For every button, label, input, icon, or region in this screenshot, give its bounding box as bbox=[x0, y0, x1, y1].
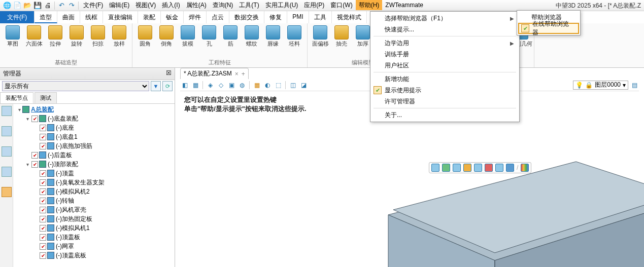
vt-icon[interactable]: ◫ bbox=[288, 81, 297, 90]
print-icon[interactable]: 🖨 bbox=[43, 1, 52, 10]
menu-查询(N)[interactable]: 查询(N) bbox=[210, 0, 236, 10]
close-tab-icon[interactable]: × bbox=[235, 70, 239, 78]
help-menu-item[interactable]: 选择帮助浏览器（F1）▶ bbox=[371, 13, 518, 24]
menu-应用(P)[interactable]: 应用(P) bbox=[301, 0, 327, 10]
tree-node[interactable]: (-)顶盖 bbox=[13, 169, 174, 178]
menu-文件(F)[interactable]: 文件(F) bbox=[80, 0, 106, 10]
tree-checkbox[interactable] bbox=[40, 252, 46, 259]
tree-node[interactable]: (-)底座 bbox=[13, 123, 174, 132]
tree-checkbox[interactable] bbox=[40, 143, 46, 149]
save-icon[interactable]: 💾 bbox=[33, 1, 42, 10]
assembly-tree[interactable]: ▾A总装配▾(-)底盘装配(-)底座(-)底盘1(-)底拖加强筋(-)后盖板▾(… bbox=[13, 104, 175, 267]
tree-node[interactable]: (-)加热固定板 bbox=[13, 214, 174, 223]
ribbon-tab-文件(F)[interactable]: 文件(F) bbox=[0, 11, 35, 23]
ribbon-tab-焊件[interactable]: 焊件 bbox=[184, 11, 207, 23]
help-browser-submenu[interactable]: 帮助浏览器✔在线帮助浏览器 bbox=[517, 10, 581, 35]
tree-node[interactable]: (-)臭氧发生器支架 bbox=[13, 178, 174, 187]
vt-icon[interactable]: ◇ bbox=[216, 81, 225, 90]
ribbon-btn-草图[interactable]: 草图 bbox=[2, 24, 23, 58]
fb-icon[interactable] bbox=[474, 164, 482, 172]
close-icon[interactable]: ☒ bbox=[166, 69, 172, 78]
ribbon-btn-螺纹[interactable]: 螺纹 bbox=[241, 24, 262, 58]
help-menu-item[interactable]: 训练手册 bbox=[371, 49, 518, 60]
fb-icon[interactable] bbox=[521, 164, 529, 172]
ribbon-btn-扫掠[interactable]: 扫掠 bbox=[87, 24, 109, 58]
tree-node[interactable]: (-)转轴 bbox=[13, 196, 174, 205]
tree-checkbox[interactable] bbox=[31, 161, 38, 168]
ribbon-tab-钣金[interactable]: 钣金 bbox=[161, 11, 184, 23]
vt-icon[interactable]: ◪ bbox=[299, 81, 308, 90]
tree-node[interactable]: (-)顶盖底板 bbox=[13, 251, 174, 260]
document-tab[interactable]: * A总装配.Z3ASM × + bbox=[180, 68, 249, 79]
strip-icon[interactable] bbox=[2, 187, 12, 197]
ribbon-btn-六面体[interactable]: 六面体 bbox=[23, 24, 45, 58]
subtab-装配节点[interactable]: 装配节点 bbox=[0, 92, 33, 103]
tree-checkbox[interactable] bbox=[31, 116, 38, 122]
vt-icon[interactable]: ◐ bbox=[263, 81, 272, 90]
tree-twisty[interactable]: ▾ bbox=[16, 107, 22, 112]
ribbon-tab-点云[interactable]: 点云 bbox=[207, 11, 229, 23]
ribbon-tab-造型[interactable]: 造型 bbox=[35, 11, 57, 23]
tree-node[interactable]: ▾A总装配 bbox=[13, 105, 174, 114]
vt-icon[interactable]: ▦ bbox=[252, 81, 261, 90]
help-menu-item[interactable]: 关于... bbox=[371, 109, 518, 121]
tree-checkbox[interactable] bbox=[40, 188, 46, 195]
tree-node[interactable]: (-)顶盖板 bbox=[13, 233, 174, 242]
open-icon[interactable]: 📂 bbox=[23, 1, 32, 10]
filter-icon[interactable]: ▼ bbox=[151, 81, 161, 91]
ribbon-tab-数据交换[interactable]: 数据交换 bbox=[229, 11, 264, 23]
filter-select[interactable]: 显示所有 bbox=[2, 81, 149, 91]
tree-checkbox[interactable] bbox=[40, 243, 46, 250]
strip-icon[interactable] bbox=[2, 126, 12, 136]
ribbon-btn-面偏移[interactable]: 面偏移 bbox=[310, 24, 331, 58]
menu-实用工具(U)[interactable]: 实用工具(U) bbox=[262, 0, 301, 10]
ribbon-tab-工具[interactable]: 工具 bbox=[309, 11, 332, 23]
ribbon-btn-放样[interactable]: 放样 bbox=[109, 24, 130, 58]
menu-窗口(W)[interactable]: 窗口(W) bbox=[327, 0, 355, 10]
new-icon[interactable]: 📄 bbox=[13, 1, 22, 10]
help-menu-item[interactable]: ✔显示使用提示 bbox=[371, 85, 518, 96]
tree-checkbox[interactable] bbox=[40, 134, 46, 140]
ribbon-tab-装配[interactable]: 装配 bbox=[138, 11, 161, 23]
vt-icon[interactable]: ◍ bbox=[238, 81, 247, 90]
ribbon-btn-抽壳[interactable]: 抽壳 bbox=[331, 24, 352, 58]
ribbon-btn-圆角[interactable]: 圆角 bbox=[134, 24, 156, 58]
ribbon-btn-倒角[interactable]: 倒角 bbox=[156, 24, 177, 58]
tree-twisty[interactable]: ▾ bbox=[24, 116, 30, 122]
tree-node[interactable]: (-)底盘1 bbox=[13, 132, 174, 141]
menu-帮助(H)[interactable]: 帮助(H) bbox=[356, 0, 383, 10]
fb-icon[interactable] bbox=[463, 164, 471, 172]
undo-icon[interactable]: ↶ bbox=[57, 1, 66, 10]
help-menu-item[interactable]: 快速提示... bbox=[371, 24, 518, 35]
tree-node[interactable]: (-)风机罩壳 bbox=[13, 205, 174, 214]
vt-icon[interactable]: ▤ bbox=[630, 81, 639, 90]
tree-checkbox[interactable] bbox=[40, 198, 46, 204]
help-menu-item[interactable]: 新增功能 bbox=[371, 73, 518, 85]
fb-icon[interactable] bbox=[442, 164, 450, 172]
vt-icon[interactable]: ◧ bbox=[180, 81, 189, 90]
menu-视图(V)[interactable]: 视图(V) bbox=[132, 0, 159, 10]
menu-编辑(E)[interactable]: 编辑(E) bbox=[106, 0, 132, 10]
fb-icon[interactable] bbox=[506, 164, 514, 172]
tree-checkbox[interactable] bbox=[40, 207, 46, 213]
help-menu-item[interactable]: 许可管理器 bbox=[371, 96, 518, 107]
strip-icon[interactable] bbox=[2, 106, 12, 116]
tree-checkbox[interactable] bbox=[40, 216, 46, 222]
fb-icon[interactable] bbox=[495, 164, 503, 172]
tree-checkbox[interactable] bbox=[40, 170, 46, 177]
ribbon-btn-孔[interactable]: 孔 bbox=[198, 24, 220, 58]
tree-node[interactable]: (-)后盖板 bbox=[13, 150, 174, 160]
ribbon-tab-PMI[interactable]: PMI bbox=[287, 11, 309, 23]
fb-icon[interactable] bbox=[431, 164, 439, 172]
help-menu-item[interactable]: 边学边用▶ bbox=[371, 37, 518, 49]
ribbon-btn-拉伸[interactable]: 拉伸 bbox=[45, 24, 66, 58]
vt-icon[interactable]: ◈ bbox=[206, 81, 215, 90]
layer-selector[interactable]: 💡 🔒 图层0000 ▾ bbox=[573, 81, 628, 90]
ribbon-tab-直接编辑[interactable]: 直接编辑 bbox=[103, 11, 138, 23]
menu-属性(A)[interactable]: 属性(A) bbox=[183, 0, 210, 10]
app-icon[interactable]: 🌐 bbox=[3, 1, 12, 10]
tree-node[interactable]: (-)网罩 bbox=[13, 242, 174, 251]
tree-checkbox[interactable] bbox=[40, 179, 46, 186]
ribbon-btn-拔模[interactable]: 拔模 bbox=[177, 24, 198, 58]
subtab-测试[interactable]: 测试 bbox=[35, 92, 57, 103]
